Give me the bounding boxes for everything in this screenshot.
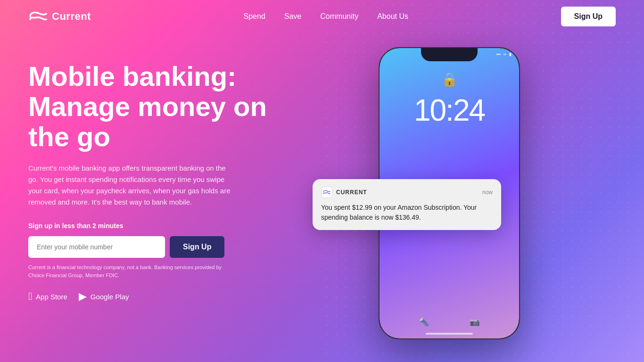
camera-icon: 📷 xyxy=(470,317,480,327)
apple-icon:  xyxy=(28,290,32,303)
nav-links: Spend Save Community About Us xyxy=(244,12,408,21)
store-buttons:  App Store ▶ Google Play xyxy=(28,290,292,303)
hero-left: Mobile banking: Manage money on the go C… xyxy=(28,52,292,303)
app-store-label: App Store xyxy=(36,293,67,301)
google-play-label: Google Play xyxy=(91,293,129,301)
phone-bottom-icons: 🔦 📷 xyxy=(380,317,519,327)
logo-text: Current xyxy=(52,10,91,23)
hero-right: ▪▪▪ ≃ ▮ 🔒 10:24 🔦 📷 xyxy=(292,52,616,349)
app-store-button[interactable]:  App Store xyxy=(28,290,67,303)
disclaimer: Current is a financial technology compan… xyxy=(28,263,231,279)
navbar: Current Spend Save Community About Us Si… xyxy=(0,0,644,33)
status-bar: ▪▪▪ ≃ ▮ xyxy=(496,52,512,57)
lock-time: 10:24 xyxy=(414,93,485,128)
notification-body: You spent $12.99 on your Amazon Subscrip… xyxy=(321,203,493,222)
notification-card: CURRENT now You spent $12.99 on your Ama… xyxy=(313,179,501,230)
home-indicator xyxy=(426,333,473,335)
wifi-icon: ≃ xyxy=(503,52,507,57)
lock-screen-content: 🔒 10:24 xyxy=(380,72,519,128)
nav-signup-button[interactable]: Sign Up xyxy=(561,7,616,26)
notification-app: CURRENT xyxy=(321,187,367,198)
signup-button[interactable]: Sign Up xyxy=(170,236,224,258)
flashlight-icon: 🔦 xyxy=(419,317,429,327)
notification-header: CURRENT now xyxy=(321,187,493,198)
battery-icon: ▮ xyxy=(509,52,512,57)
phone-mockup: ▪▪▪ ≃ ▮ 🔒 10:24 🔦 📷 xyxy=(379,47,529,349)
signup-prompt: Sign up in less than 2 minutes xyxy=(28,222,292,230)
hero-description: Current's mobile banking app offers tran… xyxy=(28,163,231,208)
main-content: Mobile banking: Manage money on the go C… xyxy=(0,33,644,362)
phone-notch xyxy=(421,48,478,61)
nav-link-about[interactable]: About Us xyxy=(377,12,408,20)
nav-link-save[interactable]: Save xyxy=(284,12,301,20)
phone-input[interactable] xyxy=(28,236,165,258)
notification-app-icon xyxy=(321,187,332,198)
logo-icon xyxy=(28,10,47,23)
hero-title: Mobile banking: Manage money on the go xyxy=(28,61,292,151)
signal-icon: ▪▪▪ xyxy=(496,52,501,57)
nav-link-spend[interactable]: Spend xyxy=(244,12,265,20)
google-play-icon: ▶ xyxy=(79,290,87,303)
lock-icon: 🔒 xyxy=(441,72,458,87)
current-logo-small xyxy=(323,189,330,195)
signup-form: Sign Up xyxy=(28,236,292,258)
google-play-button[interactable]: ▶ Google Play xyxy=(79,290,129,303)
notification-app-name: CURRENT xyxy=(336,189,367,196)
nav-link-community[interactable]: Community xyxy=(320,12,358,20)
notification-time: now xyxy=(482,189,493,196)
logo[interactable]: Current xyxy=(28,10,91,23)
